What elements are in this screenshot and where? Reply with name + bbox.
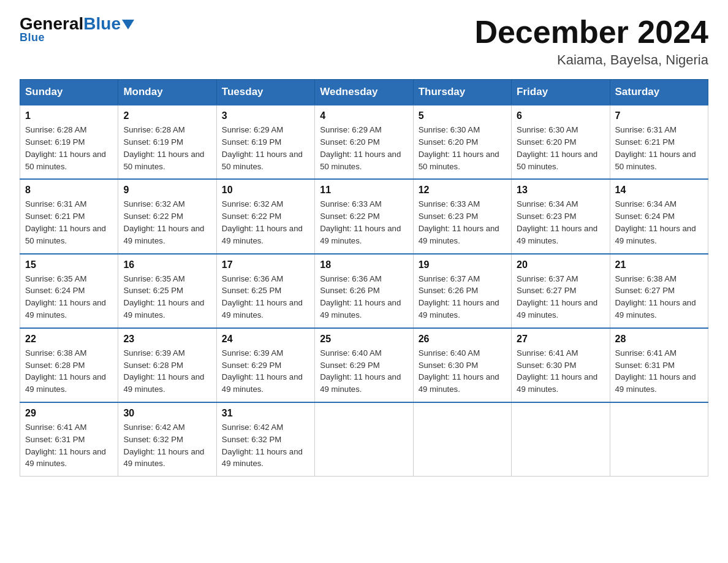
day-number: 23	[123, 334, 211, 345]
day-info: Sunrise: 6:28 AMSunset: 6:19 PMDaylight:…	[123, 124, 211, 172]
day-of-week-header: Monday	[118, 80, 216, 105]
day-number: 20	[517, 259, 604, 270]
day-number: 3	[222, 110, 309, 121]
calendar-day-cell: 1Sunrise: 6:28 AMSunset: 6:19 PMDaylight…	[20, 105, 118, 179]
calendar-week-row: 29Sunrise: 6:41 AMSunset: 6:31 PMDayligh…	[20, 402, 708, 477]
calendar-day-cell: 7Sunrise: 6:31 AMSunset: 6:21 PMDaylight…	[610, 105, 708, 179]
day-info: Sunrise: 6:32 AMSunset: 6:22 PMDaylight:…	[222, 198, 309, 247]
logo-underline: Blue	[20, 31, 45, 44]
day-number: 17	[222, 259, 309, 270]
calendar-day-cell: 29Sunrise: 6:41 AMSunset: 6:31 PMDayligh…	[20, 402, 118, 477]
calendar-week-row: 15Sunrise: 6:35 AMSunset: 6:24 PMDayligh…	[20, 254, 708, 328]
day-number: 19	[419, 259, 506, 270]
calendar-day-cell: 25Sunrise: 6:40 AMSunset: 6:29 PMDayligh…	[315, 328, 413, 402]
calendar-table: SundayMondayTuesdayWednesdayThursdayFrid…	[20, 79, 708, 477]
day-info: Sunrise: 6:29 AMSunset: 6:19 PMDaylight:…	[222, 124, 309, 172]
calendar-day-cell: 20Sunrise: 6:37 AMSunset: 6:27 PMDayligh…	[512, 254, 610, 328]
calendar-day-cell: 17Sunrise: 6:36 AMSunset: 6:25 PMDayligh…	[216, 254, 314, 328]
day-of-week-header: Saturday	[610, 80, 708, 105]
logo-blue-text: Blue	[83, 15, 121, 34]
day-info: Sunrise: 6:39 AMSunset: 6:29 PMDaylight:…	[222, 347, 309, 396]
page-header: GeneralBlue Blue December 2024 Kaiama, B…	[20, 15, 708, 68]
day-info: Sunrise: 6:31 AMSunset: 6:21 PMDaylight:…	[25, 198, 113, 247]
day-info: Sunrise: 6:31 AMSunset: 6:21 PMDaylight:…	[615, 124, 703, 172]
day-number: 21	[615, 259, 703, 270]
day-number: 13	[517, 185, 604, 196]
calendar-day-cell: 23Sunrise: 6:39 AMSunset: 6:28 PMDayligh…	[118, 328, 216, 402]
day-number: 1	[25, 110, 113, 121]
logo: GeneralBlue Blue	[20, 15, 134, 44]
calendar-day-cell: 10Sunrise: 6:32 AMSunset: 6:22 PMDayligh…	[216, 179, 314, 253]
day-info: Sunrise: 6:41 AMSunset: 6:31 PMDaylight:…	[25, 421, 113, 470]
day-number: 28	[615, 334, 703, 345]
day-of-week-header: Friday	[512, 80, 610, 105]
day-number: 5	[419, 110, 506, 121]
day-number: 10	[222, 185, 309, 196]
day-number: 2	[123, 110, 211, 121]
day-number: 8	[25, 185, 113, 196]
day-number: 22	[25, 334, 113, 345]
calendar-body: 1Sunrise: 6:28 AMSunset: 6:19 PMDaylight…	[20, 105, 708, 476]
day-info: Sunrise: 6:30 AMSunset: 6:20 PMDaylight:…	[517, 124, 604, 172]
day-info: Sunrise: 6:40 AMSunset: 6:29 PMDaylight:…	[320, 347, 408, 396]
calendar-day-cell: 24Sunrise: 6:39 AMSunset: 6:29 PMDayligh…	[216, 328, 314, 402]
day-number: 24	[222, 334, 309, 345]
calendar-day-cell	[512, 402, 610, 477]
day-info: Sunrise: 6:42 AMSunset: 6:32 PMDaylight:…	[123, 421, 211, 470]
day-info: Sunrise: 6:39 AMSunset: 6:28 PMDaylight:…	[123, 347, 211, 396]
day-number: 18	[320, 259, 408, 270]
calendar-day-cell: 5Sunrise: 6:30 AMSunset: 6:20 PMDaylight…	[413, 105, 511, 179]
logo-triangle-icon	[122, 20, 134, 29]
location: Kaiama, Bayelsa, Nigeria	[474, 52, 708, 68]
calendar-day-cell: 13Sunrise: 6:34 AMSunset: 6:23 PMDayligh…	[512, 179, 610, 253]
calendar-day-cell: 8Sunrise: 6:31 AMSunset: 6:21 PMDaylight…	[20, 179, 118, 253]
day-info: Sunrise: 6:29 AMSunset: 6:20 PMDaylight:…	[320, 124, 408, 172]
calendar-day-cell	[315, 402, 413, 477]
calendar-day-cell: 21Sunrise: 6:38 AMSunset: 6:27 PMDayligh…	[610, 254, 708, 328]
calendar-day-cell: 22Sunrise: 6:38 AMSunset: 6:28 PMDayligh…	[20, 328, 118, 402]
calendar-day-cell: 18Sunrise: 6:36 AMSunset: 6:26 PMDayligh…	[315, 254, 413, 328]
calendar-day-cell: 6Sunrise: 6:30 AMSunset: 6:20 PMDaylight…	[512, 105, 610, 179]
day-number: 29	[25, 408, 113, 419]
day-info: Sunrise: 6:38 AMSunset: 6:27 PMDaylight:…	[615, 273, 703, 321]
day-info: Sunrise: 6:41 AMSunset: 6:31 PMDaylight:…	[615, 347, 703, 396]
day-info: Sunrise: 6:36 AMSunset: 6:25 PMDaylight:…	[222, 273, 309, 321]
month-title: December 2024	[474, 15, 708, 50]
calendar-day-cell	[610, 402, 708, 477]
day-number: 11	[320, 185, 408, 196]
calendar-header: SundayMondayTuesdayWednesdayThursdayFrid…	[20, 80, 708, 105]
calendar-day-cell: 30Sunrise: 6:42 AMSunset: 6:32 PMDayligh…	[118, 402, 216, 477]
day-info: Sunrise: 6:33 AMSunset: 6:23 PMDaylight:…	[419, 198, 506, 247]
header-row: SundayMondayTuesdayWednesdayThursdayFrid…	[20, 80, 708, 105]
calendar-week-row: 8Sunrise: 6:31 AMSunset: 6:21 PMDaylight…	[20, 179, 708, 253]
day-of-week-header: Sunday	[20, 80, 118, 105]
day-number: 6	[517, 110, 604, 121]
calendar-day-cell: 31Sunrise: 6:42 AMSunset: 6:32 PMDayligh…	[216, 402, 314, 477]
day-info: Sunrise: 6:32 AMSunset: 6:22 PMDaylight:…	[123, 198, 211, 247]
day-number: 4	[320, 110, 408, 121]
day-number: 26	[419, 334, 506, 345]
calendar-day-cell: 19Sunrise: 6:37 AMSunset: 6:26 PMDayligh…	[413, 254, 511, 328]
title-block: December 2024 Kaiama, Bayelsa, Nigeria	[474, 15, 708, 68]
calendar-day-cell: 15Sunrise: 6:35 AMSunset: 6:24 PMDayligh…	[20, 254, 118, 328]
day-info: Sunrise: 6:37 AMSunset: 6:26 PMDaylight:…	[419, 273, 506, 321]
calendar-day-cell: 4Sunrise: 6:29 AMSunset: 6:20 PMDaylight…	[315, 105, 413, 179]
calendar-week-row: 22Sunrise: 6:38 AMSunset: 6:28 PMDayligh…	[20, 328, 708, 402]
day-info: Sunrise: 6:28 AMSunset: 6:19 PMDaylight:…	[25, 124, 113, 172]
calendar-day-cell: 3Sunrise: 6:29 AMSunset: 6:19 PMDaylight…	[216, 105, 314, 179]
day-info: Sunrise: 6:40 AMSunset: 6:30 PMDaylight:…	[419, 347, 506, 396]
calendar-day-cell: 26Sunrise: 6:40 AMSunset: 6:30 PMDayligh…	[413, 328, 511, 402]
day-info: Sunrise: 6:36 AMSunset: 6:26 PMDaylight:…	[320, 273, 408, 321]
calendar-day-cell: 12Sunrise: 6:33 AMSunset: 6:23 PMDayligh…	[413, 179, 511, 253]
day-number: 12	[419, 185, 506, 196]
day-info: Sunrise: 6:33 AMSunset: 6:22 PMDaylight:…	[320, 198, 408, 247]
day-number: 14	[615, 185, 703, 196]
day-info: Sunrise: 6:35 AMSunset: 6:25 PMDaylight:…	[123, 273, 211, 321]
day-info: Sunrise: 6:35 AMSunset: 6:24 PMDaylight:…	[25, 273, 113, 321]
day-info: Sunrise: 6:38 AMSunset: 6:28 PMDaylight:…	[25, 347, 113, 396]
day-number: 7	[615, 110, 703, 121]
calendar-day-cell: 11Sunrise: 6:33 AMSunset: 6:22 PMDayligh…	[315, 179, 413, 253]
day-number: 30	[123, 408, 211, 419]
day-number: 27	[517, 334, 604, 345]
day-number: 15	[25, 259, 113, 270]
